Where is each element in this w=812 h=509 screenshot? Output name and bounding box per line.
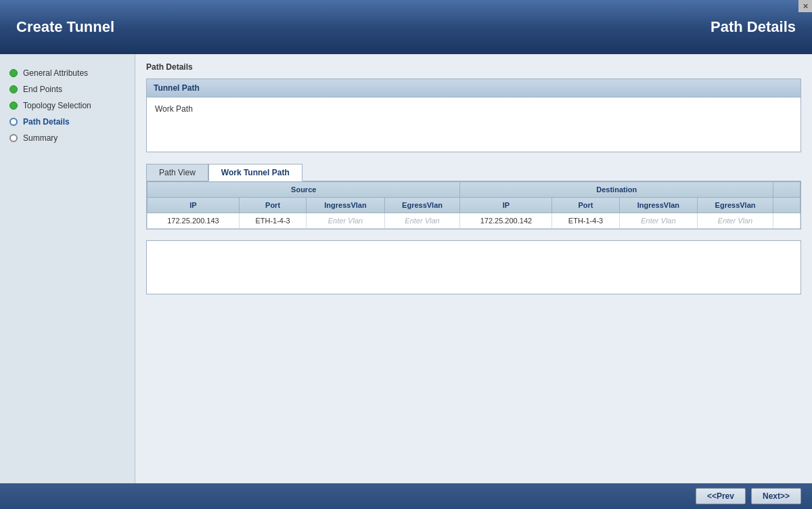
tunnel-path-body: Work Path [147, 97, 800, 152]
status-dot-path [9, 118, 18, 126]
col-source-ingress: IngressVlan [307, 198, 384, 213]
cell-source-ingress[interactable]: Enter Vlan [307, 213, 384, 229]
sidebar-label-path: Path Details [23, 117, 70, 127]
footer: <<Prev Next>> [0, 483, 812, 509]
cell-source-port: ETH-1-4-3 [239, 213, 306, 229]
section-header: Path Details [146, 62, 801, 72]
app-title: Create Tunnel [16, 18, 114, 36]
cell-source-ip: 172.25.200.143 [148, 213, 240, 229]
col-source-port: Port [239, 198, 306, 213]
col-source-ip: IP [148, 198, 240, 213]
bottom-section [146, 240, 801, 294]
sidebar-item-summary[interactable]: Summary [7, 130, 128, 146]
cell-dest-ingress[interactable]: Enter Vlan [619, 213, 697, 229]
sidebar-item-topology-selection[interactable]: Topology Selection [7, 97, 128, 114]
table-row: 172.25.200.143 ETH-1-4-3 Enter Vlan Ente… [148, 213, 800, 229]
tab-work-tunnel-path[interactable]: Work Tunnel Path [208, 164, 302, 181]
col-dest-port: Port [552, 198, 619, 213]
path-table: Source Destination IP Port IngressVlan E… [147, 181, 800, 229]
sidebar-label-endpoints: End Points [23, 85, 62, 94]
action-col-sub [773, 198, 800, 213]
action-col-header [773, 182, 800, 198]
close-button[interactable]: ✕ [798, 0, 812, 12]
title-bar: Create Tunnel Path Details ✕ [0, 0, 812, 54]
tabs-container: Path View Work Tunnel Path [146, 163, 801, 181]
cell-source-egress[interactable]: Enter Vlan [384, 213, 460, 229]
content-area: Path Details Tunnel Path Work Path Path … [135, 54, 812, 483]
status-dot-general [9, 69, 18, 77]
page-title: Path Details [710, 18, 796, 36]
cell-action [773, 213, 800, 229]
tunnel-path-header: Tunnel Path [147, 79, 800, 97]
sidebar-item-general-attributes[interactable]: General Attributes [7, 65, 128, 81]
dest-group-header: Destination [460, 182, 773, 198]
tab-path-view[interactable]: Path View [146, 164, 208, 181]
source-group-header: Source [148, 182, 460, 198]
cell-dest-ip: 172.25.200.142 [460, 213, 552, 229]
sidebar-label-topology: Topology Selection [23, 101, 91, 110]
tunnel-path-row: Work Path [154, 102, 794, 116]
tunnel-path-container: Tunnel Path Work Path [146, 79, 801, 152]
prev-button[interactable]: <<Prev [696, 488, 746, 504]
col-source-egress: EgressVlan [384, 198, 460, 213]
sidebar-label-general: General Attributes [23, 68, 88, 78]
status-dot-summary [9, 134, 18, 142]
col-dest-egress: EgressVlan [698, 198, 773, 213]
sidebar-item-path-details[interactable]: Path Details [7, 114, 128, 130]
sidebar-label-summary: Summary [23, 133, 58, 143]
main-container: General Attributes End Points Topology S… [0, 54, 812, 483]
cell-dest-egress[interactable]: Enter Vlan [698, 213, 773, 229]
col-dest-ingress: IngressVlan [619, 198, 697, 213]
status-dot-topology [9, 102, 18, 110]
path-table-container: Source Destination IP Port IngressVlan E… [146, 181, 801, 229]
sidebar: General Attributes End Points Topology S… [0, 54, 135, 483]
col-dest-ip: IP [460, 198, 552, 213]
sidebar-item-end-points[interactable]: End Points [7, 81, 128, 97]
status-dot-endpoints [9, 85, 18, 93]
cell-dest-port: ETH-1-4-3 [552, 213, 619, 229]
next-button[interactable]: Next>> [751, 488, 801, 504]
